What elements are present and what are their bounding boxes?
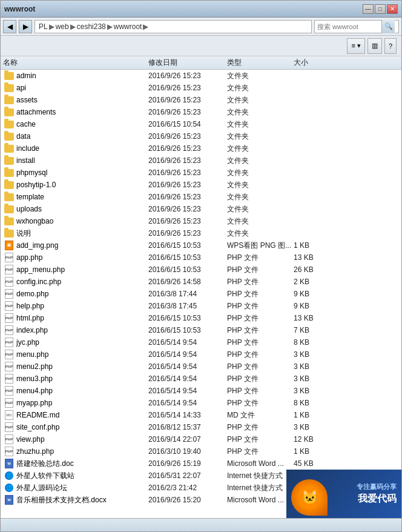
breadcrumb[interactable]: PL ▶ web ▶ ceshi238 ▶ wwwroot ▶ [35,20,312,33]
file-name: phpmysql [1,168,146,178]
table-row[interactable]: cache 2016/6/15 10:54 文件夹 [1,118,401,130]
table-row[interactable]: PHP menu4.php 2016/5/14 9:54 PHP 文件 3 KB [1,385,401,397]
table-row[interactable]: 说明 2016/9/26 15:23 文件夹 [1,227,401,239]
table-row[interactable]: PHP view.php 2016/9/14 22:07 PHP 文件 12 K… [1,433,401,445]
file-name: PHP zhuzhu.php [1,447,146,456]
table-row[interactable]: PHP demo.php 2016/3/8 17:44 PHP 文件 9 KB [1,288,401,300]
file-icon-php: PHP [4,362,14,371]
file-icon-folder [4,144,14,153]
file-icon-php: PHP [4,301,14,311]
file-name: 说明 [1,228,146,239]
file-size [291,148,334,149]
table-row[interactable]: MD README.md 2016/5/14 14:33 MD 文件 1 KB [1,409,401,421]
minimize-button[interactable]: — [363,4,374,14]
file-size [291,221,334,222]
file-icon-php: PHP [4,386,14,396]
file-type: Microsoft Word ... [225,459,291,468]
maximize-button[interactable]: □ [375,4,386,14]
help-button[interactable]: ? [384,38,397,54]
file-name: 🌐 外星人软件下载站 [1,471,146,481]
column-header-type[interactable]: 类型 [225,57,291,68]
table-row[interactable]: PHP site_conf.php 2016/8/12 15:37 PHP 文件… [1,421,401,433]
table-row[interactable]: 🖼 add_img.png 2016/6/15 10:53 WPS看图 PNG … [1,239,401,251]
file-type: PHP 文件 [225,422,291,433]
file-type: PHP 文件 [225,385,291,397]
file-size: 13 KB [291,313,334,323]
file-date: 2016/5/14 9:54 [146,374,225,384]
table-row[interactable]: admin 2016/9/26 15:23 文件夹 [1,70,401,82]
search-box[interactable]: 🔍 [314,20,399,33]
search-input[interactable] [315,23,381,30]
file-date: 2016/9/26 15:23 [146,71,225,81]
file-date: 2016/5/14 9:54 [146,362,225,371]
breadcrumb-part-1: PL [39,22,48,31]
table-row[interactable]: phpmysql 2016/9/26 15:23 文件夹 [1,167,401,179]
view-options-button[interactable]: ≡ ▾ [347,38,364,54]
file-name: PHP app_menu.php [1,265,146,274]
file-icon-php: PHP [4,337,14,347]
pane-button[interactable]: ▥ [367,38,382,54]
table-row[interactable]: PHP app_menu.php 2016/6/15 10:53 PHP 文件 … [1,264,401,276]
file-icon-folder [4,71,14,81]
watermark: 🐱 专注赢码分享 我爱代码 [286,470,401,518]
table-row[interactable]: PHP zhuzhu.php 2016/3/10 19:40 PHP 文件 1 … [1,445,401,457]
file-name: PHP view.php [1,434,146,444]
table-row[interactable]: uploads 2016/9/26 15:23 文件夹 [1,203,401,215]
file-date: 2016/9/26 15:19 [146,459,225,468]
file-size: 1 KB [291,241,334,250]
file-date: 2016/9/26 15:23 [146,228,225,238]
table-row[interactable]: PHP config.inc.php 2016/9/26 14:58 PHP 文… [1,276,401,288]
file-size: 13 KB [291,253,334,262]
file-name: api [1,83,146,93]
file-name: PHP config.inc.php [1,277,146,287]
file-icon-php: PHP [4,253,14,262]
table-row[interactable]: attachments 2016/9/26 15:23 文件夹 [1,106,401,118]
table-row[interactable]: PHP menu.php 2016/5/14 9:54 PHP 文件 3 KB [1,348,401,361]
file-type: PHP 文件 [225,313,291,324]
table-row[interactable]: wxhongbao 2016/9/26 15:23 文件夹 [1,215,401,227]
file-type: 文件夹 [225,191,291,203]
file-size: 9 KB [291,289,334,299]
table-row[interactable]: poshytip-1.0 2016/9/26 15:23 文件夹 [1,179,401,191]
table-row[interactable]: PHP jyc.php 2016/5/14 9:54 PHP 文件 8 KB [1,336,401,348]
file-name: PHP app.php [1,253,146,262]
table-row[interactable]: PHP help.php 2016/3/8 17:45 PHP 文件 9 KB [1,300,401,312]
table-row[interactable]: api 2016/9/26 15:23 文件夹 [1,82,401,94]
file-size [291,111,334,113]
file-icon-php: PHP [4,374,14,384]
file-icon-folder [4,83,14,93]
column-header-name[interactable]: 名称 [1,57,146,68]
table-row[interactable]: PHP html.php 2016/6/15 10:53 PHP 文件 13 K… [1,312,401,324]
file-date: 2016/3/8 17:45 [146,301,225,311]
file-date: 2016/9/14 22:07 [146,434,225,444]
column-header-size[interactable]: 大小 [291,57,334,68]
file-icon-folder [4,204,14,214]
file-icon-url: 🌐 [4,471,14,480]
file-type: 文件夹 [225,216,291,227]
table-row[interactable]: PHP app.php 2016/6/15 10:53 PHP 文件 13 KB [1,251,401,264]
table-row[interactable]: template 2016/9/26 15:23 文件夹 [1,191,401,203]
column-headers: 名称 修改日期 类型 大小 [1,56,401,70]
table-row[interactable]: W 搭建经验总结.doc 2016/9/26 15:19 Microsoft W… [1,457,401,470]
file-icon-folder [4,228,14,238]
table-row[interactable]: include 2016/9/26 15:23 文件夹 [1,142,401,155]
table-row[interactable]: PHP menu3.php 2016/5/14 9:54 PHP 文件 3 KB [1,373,401,385]
table-row[interactable]: PHP index.php 2016/6/15 10:53 PHP 文件 7 K… [1,324,401,336]
file-type: PHP 文件 [225,301,291,312]
forward-button[interactable]: ▶ [19,20,32,33]
window-title: wwwroot [4,5,35,13]
table-row[interactable]: install 2016/9/26 15:23 文件夹 [1,155,401,167]
file-date: 2016/6/15 10:53 [146,325,225,335]
file-size [291,184,334,185]
column-header-date[interactable]: 修改日期 [146,57,225,68]
table-row[interactable]: PHP myapp.php 2016/5/14 9:54 PHP 文件 8 KB [1,397,401,409]
close-button[interactable]: ✕ [387,4,398,14]
table-row[interactable]: assets 2016/9/26 15:23 文件夹 [1,94,401,106]
table-row[interactable]: data 2016/9/26 15:23 文件夹 [1,130,401,142]
breadcrumb-part-2: web [56,22,69,31]
file-icon-folder [4,107,14,117]
file-type: PHP 文件 [225,434,291,445]
back-button[interactable]: ◀ [3,20,16,33]
search-icon[interactable]: 🔍 [381,20,395,33]
table-row[interactable]: PHP menu2.php 2016/5/14 9:54 PHP 文件 3 KB [1,361,401,373]
